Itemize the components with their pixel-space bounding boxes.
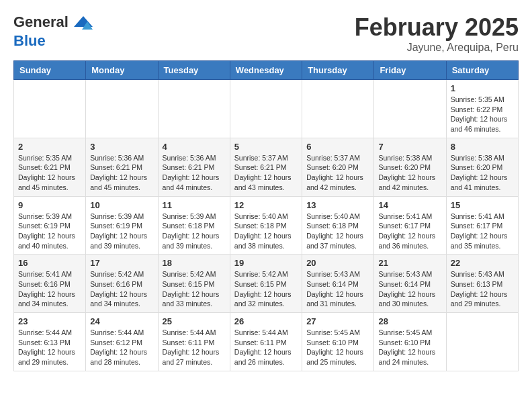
calendar-cell — [374, 80, 446, 138]
day-number: 18 — [163, 258, 226, 268]
day-number: 20 — [306, 258, 369, 268]
day-info: Sunrise: 5:41 AM Sunset: 6:16 PM Dayligh… — [18, 269, 81, 309]
day-number: 14 — [378, 200, 441, 210]
day-number: 7 — [378, 142, 441, 152]
svg-marker-0 — [74, 16, 93, 27]
calendar-cell: 25Sunrise: 5:44 AM Sunset: 6:11 PM Dayli… — [158, 313, 230, 371]
day-info: Sunrise: 5:44 AM Sunset: 6:13 PM Dayligh… — [18, 328, 81, 367]
day-number: 2 — [18, 142, 81, 152]
calendar-week-5: 23Sunrise: 5:44 AM Sunset: 6:13 PM Dayli… — [14, 313, 519, 371]
day-info: Sunrise: 5:41 AM Sunset: 6:17 PM Dayligh… — [451, 212, 514, 251]
calendar-week-1: 1Sunrise: 5:35 AM Sunset: 6:22 PM Daylig… — [14, 80, 519, 138]
day-number: 13 — [306, 200, 369, 210]
weekday-header-thursday: Thursday — [302, 61, 374, 80]
day-number: 19 — [234, 258, 298, 268]
day-number: 1 — [451, 83, 514, 93]
day-info: Sunrise: 5:42 AM Sunset: 6:16 PM Dayligh… — [90, 269, 153, 309]
calendar-cell: 19Sunrise: 5:42 AM Sunset: 6:15 PM Dayli… — [230, 255, 302, 313]
weekday-header-row: SundayMondayTuesdayWednesdayThursdayFrid… — [14, 61, 519, 80]
weekday-header-friday: Friday — [374, 61, 446, 80]
logo-icon — [73, 13, 94, 35]
day-number: 23 — [18, 316, 81, 326]
calendar-cell — [446, 313, 518, 371]
day-info: Sunrise: 5:38 AM Sunset: 6:20 PM Dayligh… — [451, 153, 514, 193]
calendar-cell: 13Sunrise: 5:40 AM Sunset: 6:18 PM Dayli… — [302, 196, 374, 255]
calendar-table: SundayMondayTuesdayWednesdayThursdayFrid… — [13, 60, 519, 371]
day-number: 24 — [90, 316, 153, 326]
day-info: Sunrise: 5:37 AM Sunset: 6:21 PM Dayligh… — [234, 153, 298, 193]
day-number: 16 — [18, 258, 81, 268]
title-area: February 2025 Jayune, Arequipa, Peru — [355, 13, 519, 54]
calendar-cell — [230, 80, 302, 138]
calendar-cell — [158, 80, 230, 138]
calendar-cell: 8Sunrise: 5:38 AM Sunset: 6:20 PM Daylig… — [446, 138, 518, 196]
day-info: Sunrise: 5:41 AM Sunset: 6:17 PM Dayligh… — [378, 212, 441, 251]
day-number: 21 — [378, 258, 441, 268]
calendar-cell: 7Sunrise: 5:38 AM Sunset: 6:20 PM Daylig… — [374, 138, 446, 196]
calendar-cell: 24Sunrise: 5:44 AM Sunset: 6:12 PM Dayli… — [86, 313, 158, 371]
day-number: 8 — [451, 142, 514, 152]
day-info: Sunrise: 5:40 AM Sunset: 6:18 PM Dayligh… — [234, 212, 298, 251]
day-number: 27 — [306, 316, 369, 326]
weekday-header-tuesday: Tuesday — [158, 61, 230, 80]
day-info: Sunrise: 5:43 AM Sunset: 6:13 PM Dayligh… — [451, 269, 514, 309]
calendar-cell: 3Sunrise: 5:36 AM Sunset: 6:21 PM Daylig… — [86, 138, 158, 196]
day-info: Sunrise: 5:35 AM Sunset: 6:22 PM Dayligh… — [451, 95, 514, 134]
day-info: Sunrise: 5:43 AM Sunset: 6:14 PM Dayligh… — [306, 269, 369, 309]
calendar-cell: 14Sunrise: 5:41 AM Sunset: 6:17 PM Dayli… — [374, 196, 446, 255]
day-info: Sunrise: 5:45 AM Sunset: 6:10 PM Dayligh… — [378, 328, 441, 367]
location-title: Jayune, Arequipa, Peru — [355, 42, 519, 54]
day-number: 17 — [90, 258, 153, 268]
calendar-cell — [302, 80, 374, 138]
calendar-cell: 17Sunrise: 5:42 AM Sunset: 6:16 PM Dayli… — [86, 255, 158, 313]
day-number: 5 — [234, 142, 298, 152]
calendar-cell: 5Sunrise: 5:37 AM Sunset: 6:21 PM Daylig… — [230, 138, 302, 196]
calendar-cell — [14, 80, 86, 138]
calendar-cell: 2Sunrise: 5:35 AM Sunset: 6:21 PM Daylig… — [14, 138, 86, 196]
calendar-cell: 6Sunrise: 5:37 AM Sunset: 6:20 PM Daylig… — [302, 138, 374, 196]
logo: General Blue — [13, 13, 94, 50]
month-title: February 2025 — [355, 13, 519, 42]
day-number: 12 — [234, 200, 298, 210]
day-number: 15 — [451, 200, 514, 210]
calendar-cell: 1Sunrise: 5:35 AM Sunset: 6:22 PM Daylig… — [446, 80, 518, 138]
calendar-cell: 18Sunrise: 5:42 AM Sunset: 6:15 PM Dayli… — [158, 255, 230, 313]
day-info: Sunrise: 5:39 AM Sunset: 6:19 PM Dayligh… — [18, 212, 81, 251]
day-info: Sunrise: 5:44 AM Sunset: 6:11 PM Dayligh… — [163, 328, 226, 367]
day-info: Sunrise: 5:42 AM Sunset: 6:15 PM Dayligh… — [163, 269, 226, 309]
day-number: 26 — [234, 316, 298, 326]
day-number: 25 — [163, 316, 226, 326]
day-info: Sunrise: 5:36 AM Sunset: 6:21 PM Dayligh… — [90, 153, 153, 193]
calendar-cell: 12Sunrise: 5:40 AM Sunset: 6:18 PM Dayli… — [230, 196, 302, 255]
day-number: 28 — [378, 316, 441, 326]
weekday-header-saturday: Saturday — [446, 61, 518, 80]
day-number: 4 — [163, 142, 226, 152]
calendar-cell: 4Sunrise: 5:36 AM Sunset: 6:21 PM Daylig… — [158, 138, 230, 196]
calendar-cell: 22Sunrise: 5:43 AM Sunset: 6:13 PM Dayli… — [446, 255, 518, 313]
weekday-header-sunday: Sunday — [14, 61, 86, 80]
day-info: Sunrise: 5:42 AM Sunset: 6:15 PM Dayligh… — [234, 269, 298, 309]
day-info: Sunrise: 5:36 AM Sunset: 6:21 PM Dayligh… — [163, 153, 226, 193]
calendar-cell: 26Sunrise: 5:44 AM Sunset: 6:11 PM Dayli… — [230, 313, 302, 371]
calendar-cell — [86, 80, 158, 138]
day-number: 10 — [90, 200, 153, 210]
calendar-cell: 20Sunrise: 5:43 AM Sunset: 6:14 PM Dayli… — [302, 255, 374, 313]
day-info: Sunrise: 5:40 AM Sunset: 6:18 PM Dayligh… — [306, 212, 369, 251]
calendar-cell: 11Sunrise: 5:39 AM Sunset: 6:18 PM Dayli… — [158, 196, 230, 255]
calendar-cell: 9Sunrise: 5:39 AM Sunset: 6:19 PM Daylig… — [14, 196, 86, 255]
day-info: Sunrise: 5:43 AM Sunset: 6:14 PM Dayligh… — [378, 269, 441, 309]
day-info: Sunrise: 5:37 AM Sunset: 6:20 PM Dayligh… — [306, 153, 369, 193]
calendar-cell: 27Sunrise: 5:45 AM Sunset: 6:10 PM Dayli… — [302, 313, 374, 371]
day-info: Sunrise: 5:44 AM Sunset: 6:11 PM Dayligh… — [234, 328, 298, 367]
calendar-cell: 16Sunrise: 5:41 AM Sunset: 6:16 PM Dayli… — [14, 255, 86, 313]
calendar-cell: 21Sunrise: 5:43 AM Sunset: 6:14 PM Dayli… — [374, 255, 446, 313]
calendar-cell: 15Sunrise: 5:41 AM Sunset: 6:17 PM Dayli… — [446, 196, 518, 255]
calendar-cell: 23Sunrise: 5:44 AM Sunset: 6:13 PM Dayli… — [14, 313, 86, 371]
day-number: 9 — [18, 200, 81, 210]
weekday-header-monday: Monday — [86, 61, 158, 80]
day-info: Sunrise: 5:38 AM Sunset: 6:20 PM Dayligh… — [378, 153, 441, 193]
day-number: 6 — [306, 142, 369, 152]
day-info: Sunrise: 5:39 AM Sunset: 6:18 PM Dayligh… — [163, 212, 226, 251]
day-info: Sunrise: 5:35 AM Sunset: 6:21 PM Dayligh… — [18, 153, 81, 193]
calendar-cell: 28Sunrise: 5:45 AM Sunset: 6:10 PM Dayli… — [374, 313, 446, 371]
